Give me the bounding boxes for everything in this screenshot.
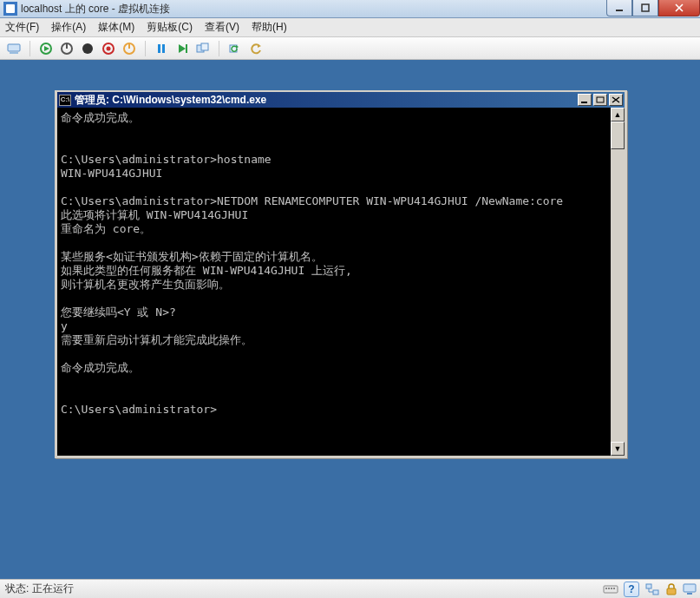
cmd-window: C:\ 管理员: C:\Windows\system32\cmd.exe 命令成… xyxy=(55,90,627,458)
snapshot-icon[interactable] xyxy=(194,40,212,57)
vm-window-titlebar: localhost 上的 core - 虚拟机连接 xyxy=(0,0,700,18)
window-controls xyxy=(606,0,700,16)
status-text: 状态: 正在运行 xyxy=(5,582,74,596)
svg-marker-5 xyxy=(44,46,49,51)
cmd-titlebar[interactable]: C:\ 管理员: C:\Windows\system32\cmd.exe xyxy=(57,92,625,108)
cmd-title-text: 管理员: C:\Windows\system32\cmd.exe xyxy=(75,93,266,108)
svg-marker-15 xyxy=(179,44,186,53)
menu-action[interactable]: 操作(A) xyxy=(51,20,86,35)
toolbar-separator xyxy=(29,41,30,56)
svg-rect-2 xyxy=(8,44,20,51)
cmd-body: 命令成功完成。 C:\Users\administrator>hostname … xyxy=(57,108,625,456)
cmd-minimize-button[interactable] xyxy=(578,94,592,106)
svg-rect-32 xyxy=(684,584,696,592)
svg-rect-14 xyxy=(162,44,165,53)
vm-window-title: localhost 上的 core - 虚拟机连接 xyxy=(21,2,170,16)
menu-help[interactable]: 帮助(H) xyxy=(252,20,287,35)
vm-app-icon xyxy=(3,2,17,16)
svg-rect-1 xyxy=(642,4,649,11)
menu-view[interactable]: 查看(V) xyxy=(205,20,239,35)
svg-rect-26 xyxy=(608,588,610,589)
svg-rect-7 xyxy=(66,44,68,49)
svg-rect-33 xyxy=(687,593,692,595)
svg-rect-16 xyxy=(186,44,187,53)
resume-icon[interactable] xyxy=(173,40,191,57)
cmd-app-icon: C:\ xyxy=(59,95,71,106)
scroll-down-button[interactable]: ▼ xyxy=(611,442,625,456)
toolbar xyxy=(0,37,700,60)
svg-rect-12 xyxy=(128,43,130,49)
cmd-close-button[interactable] xyxy=(609,94,623,106)
svg-rect-0 xyxy=(616,10,623,11)
menu-file[interactable]: 文件(F) xyxy=(5,20,39,35)
network-icon[interactable] xyxy=(644,582,660,596)
svg-rect-25 xyxy=(605,588,607,589)
guest-desktop[interactable]: C:\ 管理员: C:\Windows\system32\cmd.exe 命令成… xyxy=(0,60,700,579)
svg-rect-28 xyxy=(613,588,615,589)
cmd-scrollbar[interactable]: ▲ ▼ xyxy=(611,108,625,456)
undo-icon[interactable] xyxy=(247,40,265,57)
turnoff-icon[interactable] xyxy=(58,40,75,57)
svg-rect-13 xyxy=(158,44,160,53)
menu-bar: 文件(F) 操作(A) 媒体(M) 剪贴板(C) 查看(V) 帮助(H) xyxy=(0,18,700,37)
reset-icon[interactable] xyxy=(121,40,138,57)
help-icon[interactable]: ? xyxy=(624,582,639,597)
svg-rect-23 xyxy=(597,97,604,102)
save-icon[interactable] xyxy=(100,40,117,57)
keyboard-icon[interactable] xyxy=(603,582,618,596)
svg-marker-21 xyxy=(258,44,261,48)
lock-icon[interactable] xyxy=(665,582,677,596)
svg-rect-29 xyxy=(646,584,651,588)
svg-rect-27 xyxy=(611,588,612,589)
toolbar-separator xyxy=(219,41,219,56)
scroll-track[interactable] xyxy=(611,122,625,442)
shutdown-icon[interactable] xyxy=(79,40,96,57)
cmd-output[interactable]: 命令成功完成。 C:\Users\administrator>hostname … xyxy=(57,108,611,456)
svg-rect-18 xyxy=(201,43,208,50)
scroll-thumb[interactable] xyxy=(611,122,625,149)
svg-rect-3 xyxy=(10,52,18,54)
start-icon[interactable] xyxy=(37,40,55,57)
revert-icon[interactable] xyxy=(226,40,244,57)
cmd-maximize-button[interactable] xyxy=(593,94,607,106)
menu-media[interactable]: 媒体(M) xyxy=(98,20,134,35)
scroll-up-button[interactable]: ▲ xyxy=(611,108,625,122)
screen-icon[interactable] xyxy=(683,582,697,596)
svg-point-10 xyxy=(107,46,111,50)
maximize-button[interactable] xyxy=(632,0,658,16)
cmd-window-controls xyxy=(578,94,623,106)
svg-point-8 xyxy=(82,43,93,54)
minimize-button[interactable] xyxy=(606,0,632,16)
svg-rect-30 xyxy=(653,590,658,595)
ctrl-alt-del-icon[interactable] xyxy=(5,40,23,57)
status-bar: 状态: 正在运行 ? xyxy=(0,579,700,598)
status-right-icons: ? xyxy=(603,580,697,598)
toolbar-separator xyxy=(145,41,146,56)
pause-icon[interactable] xyxy=(153,40,170,57)
svg-rect-31 xyxy=(667,588,676,595)
svg-rect-22 xyxy=(581,102,587,103)
close-button[interactable] xyxy=(658,0,700,16)
menu-clipboard[interactable]: 剪贴板(C) xyxy=(147,20,193,35)
